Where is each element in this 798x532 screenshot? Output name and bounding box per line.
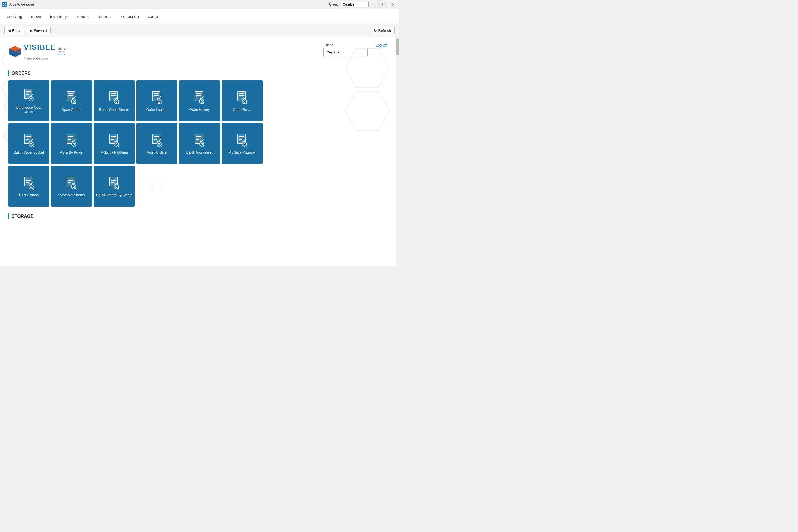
svg-point-111 (72, 185, 76, 189)
tile-order-history[interactable]: Order History (179, 80, 220, 121)
svg-line-43 (161, 103, 162, 104)
warehouse-open-orders-icon (21, 88, 37, 103)
picks-by-pickarea-label: Picks by PickArea (100, 150, 128, 155)
retail-orders-by-status-icon (107, 175, 122, 191)
tile-incomplete-items[interactable]: Incomplete Items (51, 166, 92, 207)
forward-button[interactable]: ▶ Forward (26, 27, 51, 34)
logo-chain-text: CHAIN (57, 50, 67, 53)
svg-line-113 (75, 188, 76, 190)
tile-retail-orders-by-status[interactable]: Retail Orders By Status (94, 166, 135, 207)
content-area: VISIBLE SUPPLY CHAIN MGMT A Maersk Compa… (0, 37, 396, 266)
work-orders-label: Work Orders (147, 150, 167, 155)
tile-picks-by-picker[interactable]: Picks By Picker (51, 123, 92, 164)
storage-title-text: STORAGE (12, 214, 34, 219)
nav-reports[interactable]: reports (76, 13, 89, 20)
svg-marker-6 (345, 49, 390, 87)
svg-line-71 (75, 146, 76, 147)
nav-setup[interactable]: setup (148, 13, 158, 20)
scrollbar[interactable] (396, 37, 399, 266)
svg-line-120 (118, 188, 119, 190)
svg-line-64 (33, 146, 34, 147)
back-arrow-icon: ◀ (8, 28, 11, 33)
order-reset-label: Order Reset (233, 108, 252, 112)
pickface-putaway-label: Pickface Putaway (229, 150, 256, 155)
minimize-button[interactable]: – (371, 2, 378, 7)
svg-point-104 (29, 185, 33, 189)
forward-label: Forward (34, 28, 47, 33)
batch-worksheet-icon (192, 132, 207, 148)
scroll-thumb[interactable] (396, 39, 399, 55)
svg-line-92 (203, 146, 205, 147)
page-header: VISIBLE SUPPLY CHAIN MGMT A Maersk Compa… (8, 43, 387, 60)
svg-line-29 (75, 103, 76, 104)
client-label-title: Client: (329, 2, 339, 6)
order-reset-icon (234, 90, 250, 105)
svg-point-69 (72, 142, 76, 146)
title-bar-right: Client: Cerritus – ❐ ✕ (329, 2, 397, 7)
tile-retail-open-orders[interactable]: Retail Open Orders (94, 80, 135, 121)
user-actions-icon (21, 175, 37, 191)
tile-pickface-putaway[interactable]: Pickface Putaway (222, 123, 263, 164)
tile-open-orders[interactable]: Open Orders (51, 80, 92, 121)
work-orders-icon (149, 132, 165, 148)
tile-warehouse-open-orders[interactable]: Warehouse OpenOrders (8, 80, 49, 121)
nav-receiving[interactable]: receiving (5, 13, 22, 20)
svg-marker-7 (345, 92, 390, 130)
nav-production[interactable]: production (119, 13, 139, 20)
tile-order-lookup[interactable]: Order Lookup (136, 80, 177, 121)
toolbar: ◀ Back ▶ Forward ↻ Refresh (0, 24, 399, 37)
orders-row-3: User Actions (8, 166, 387, 207)
batch-worksheet-label: Batch Worksheet (187, 150, 213, 155)
logo-mgmt-text: MGMT (57, 53, 67, 56)
svg-point-62 (29, 142, 33, 146)
svg-line-85 (161, 146, 162, 147)
warehouse-open-orders-label: Warehouse OpenOrders (15, 105, 42, 114)
logo-supply-text: SUPPLY (57, 48, 67, 50)
client-select-title[interactable]: Cerritus (341, 2, 368, 7)
svg-line-57 (246, 103, 247, 104)
svg-line-78 (118, 146, 119, 147)
tile-work-orders[interactable]: Work Orders (136, 123, 177, 164)
svg-point-90 (200, 142, 204, 146)
svg-point-118 (114, 185, 119, 189)
hex-deco-right (342, 46, 392, 162)
svg-line-106 (33, 188, 34, 190)
refresh-icon: ↻ (374, 28, 377, 33)
storage-section: STORAGE (8, 213, 387, 220)
tile-batch-worksheet[interactable]: Batch Worksheet (179, 123, 220, 164)
orders-row-2: Batch Order Bucket (8, 123, 387, 164)
pickface-putaway-icon (234, 132, 250, 148)
svg-point-48 (200, 99, 204, 103)
nav-move[interactable]: move (31, 13, 41, 20)
svg-point-97 (242, 142, 247, 146)
back-button[interactable]: ◀ Back (4, 27, 24, 34)
retail-orders-by-status-label: Retail Orders By Status (96, 193, 132, 197)
svg-rect-0 (3, 3, 4, 4)
orders-row-1: Warehouse OpenOrders (8, 80, 387, 121)
orders-title-bar: ORDERS (8, 70, 387, 76)
order-lookup-icon (149, 90, 165, 105)
tile-user-actions[interactable]: User Actions (8, 166, 49, 207)
svg-point-27 (72, 99, 76, 103)
svg-line-50 (203, 103, 205, 104)
close-button[interactable]: ✕ (390, 2, 397, 7)
svg-rect-3 (5, 5, 6, 6)
maximize-button[interactable]: ❐ (380, 2, 387, 7)
tile-order-reset[interactable]: Order Reset (222, 80, 263, 121)
svg-point-41 (157, 99, 161, 103)
back-label: Back (12, 28, 20, 33)
order-lookup-label: Order Lookup (146, 108, 167, 112)
incomplete-items-label: Incomplete Items (58, 193, 84, 197)
nav-returns[interactable]: returns (97, 13, 111, 20)
nav-inventory[interactable]: inventory (50, 13, 67, 20)
orders-section: ORDERS (8, 70, 387, 207)
refresh-button[interactable]: ↻ Refresh (370, 27, 395, 34)
tile-picks-by-pickarea[interactable]: Picks by PickArea (94, 123, 135, 164)
toolbar-left: ◀ Back ▶ Forward (4, 27, 51, 34)
user-actions-label: User Actions (19, 193, 39, 197)
svg-line-36 (118, 103, 119, 104)
title-bar-left: Arca Warehouse (2, 2, 34, 7)
tile-batch-order-bucket[interactable]: Batch Order Bucket (8, 123, 49, 164)
svg-point-55 (242, 99, 247, 103)
svg-rect-1 (5, 3, 6, 4)
